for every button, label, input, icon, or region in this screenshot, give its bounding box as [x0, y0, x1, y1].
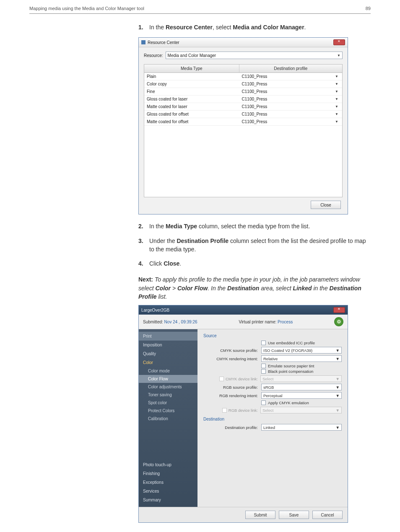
close-button[interactable]: Close — [311, 201, 341, 209]
rgb-src-label: RGB source profile: — [203, 385, 258, 390]
chevron-down-icon: ▼ — [336, 408, 340, 413]
cmyk-dl-value: Select — [262, 377, 273, 381]
table-row[interactable]: Matte coated for offsetC1100_Press▼ — [144, 118, 342, 126]
rc-dest-cell[interactable]: C1100_Press▼ — [239, 103, 342, 110]
cmyk-ri-select[interactable]: Relative▼ — [261, 355, 342, 362]
cmyk-src-label: CMYK source profile: — [203, 348, 258, 353]
sidebar-item-exceptions[interactable]: Exceptions — [139, 478, 197, 487]
rc-resource-dropdown[interactable]: Media and Color Manager ▼ — [166, 52, 343, 59]
chevron-down-icon: ▼ — [335, 112, 340, 116]
header-rule — [29, 13, 371, 14]
apply-cmyk-checkbox[interactable] — [261, 400, 266, 405]
rc-media-cell: Plain — [144, 73, 239, 80]
table-row[interactable]: FineC1100_Press▼ — [144, 88, 342, 96]
dest-profile-select[interactable]: Linked▼ — [261, 424, 342, 431]
cmyk-dl-select: Select▼ — [260, 375, 342, 382]
step-3-body: Under the Destination Profile column sel… — [149, 237, 371, 254]
next-sep1: > — [171, 285, 177, 292]
resource-center-window: Resource Center Resource: Media and Colo… — [138, 37, 348, 214]
next-b1: Color — [155, 285, 171, 292]
step-4-post: . — [179, 260, 181, 267]
jp-info-row: Submitted: Nov 24 , 09:39:26 Virtual pri… — [139, 315, 348, 329]
rc-dest-cell[interactable]: C1100_Press▼ — [239, 111, 342, 118]
rc-dest-cell[interactable]: C1100_Press▼ — [239, 88, 342, 95]
sidebar-sub-toner-saving[interactable]: Toner saving — [139, 391, 197, 399]
rc-dest-cell[interactable]: C1100_Press▼ — [239, 96, 342, 103]
chevron-down-icon: ▼ — [336, 425, 340, 430]
bpc-checkbox[interactable] — [261, 369, 266, 374]
sidebar-sub-calibration[interactable]: Calibration — [139, 415, 197, 423]
next-i5: list. — [157, 293, 167, 300]
sidebar-sub-color-mode[interactable]: Color mode — [139, 367, 197, 375]
dest-profile-value: Linked — [263, 425, 275, 430]
rc-app-icon — [141, 40, 145, 44]
rc-dest-cell[interactable]: C1100_Press▼ — [239, 80, 342, 88]
step-1-b1: Resource Center — [166, 24, 213, 31]
step-3-num: 3. — [138, 237, 149, 254]
rc-dest-cell[interactable]: C1100_Press▼ — [239, 73, 342, 80]
rgb-dl-select: Select▼ — [260, 407, 342, 413]
sidebar-sub-color-adj[interactable]: Color adjustments — [139, 383, 197, 391]
rc-dest-cell[interactable]: C1100_Press▼ — [239, 118, 342, 125]
sidebar-item-imposition[interactable]: Imposition — [139, 341, 197, 349]
step-2-num: 2. — [138, 222, 149, 230]
gear-icon[interactable]: ⚙ — [334, 317, 343, 326]
rgb-ri-value: Perceptual — [263, 393, 282, 398]
table-row[interactable]: Gloss coated for offsetC1100_Press▼ — [144, 111, 342, 118]
sidebar-sub-spot[interactable]: Spot color — [139, 399, 197, 407]
dest-profile-label: Destination profile: — [203, 425, 258, 430]
rc-resource-row: Resource: Media and Color Manager ▼ — [144, 52, 343, 59]
rgb-src-select[interactable]: sRGB▼ — [261, 384, 342, 390]
close-icon[interactable] — [333, 307, 345, 313]
chevron-down-icon: ▼ — [335, 97, 340, 101]
rc-media-cell: Matte coated for laser — [144, 103, 239, 110]
sidebar-item-services[interactable]: Services — [139, 487, 197, 496]
sidebar-item-print[interactable]: Print — [139, 332, 197, 341]
step-4-body: Click Close. — [149, 259, 371, 268]
use-embedded-checkbox[interactable] — [261, 341, 266, 345]
step-4: 4. Click Close. — [138, 259, 371, 268]
rc-resource-label: Resource: — [144, 53, 163, 58]
jp-titlebar: LargeOver2GB — [139, 305, 348, 315]
jp-vpn-value: Process — [278, 320, 293, 324]
sidebar-item-color[interactable]: Color — [139, 358, 197, 367]
save-button[interactable]: Save — [279, 511, 309, 519]
next-block: Next: To apply this profile to the media… — [138, 275, 371, 301]
cmyk-src-value: ISO Coated V2 (FOGRA39) — [263, 348, 312, 353]
cmyk-src-select[interactable]: ISO Coated V2 (FOGRA39)▼ — [261, 347, 342, 354]
sidebar-item-photo[interactable]: Photo touch-up — [139, 460, 197, 469]
table-row[interactable]: PlainC1100_Press▼ — [144, 73, 342, 80]
table-row[interactable]: Gloss coated for laserC1100_Press▼ — [144, 96, 342, 103]
emulate-checkbox[interactable] — [261, 364, 266, 368]
cmyk-ri-value: Relative — [263, 356, 278, 361]
sidebar-sub-color-flow[interactable]: Color Flow — [139, 375, 197, 383]
jp-title: LargeOver2GB — [141, 308, 169, 312]
step-2-b1: Media Type — [166, 223, 197, 230]
step-2-post: column, select the media type from the l… — [197, 223, 310, 230]
rc-media-cell: Fine — [144, 88, 239, 95]
next-b3: Destination — [227, 285, 259, 292]
use-embedded-label: Use embedded ICC profile — [268, 341, 315, 345]
sidebar-item-finishing[interactable]: Finishing — [139, 469, 197, 478]
sidebar-item-summary[interactable]: Summary — [139, 496, 197, 504]
step-4-pre: Click — [149, 260, 164, 267]
step-3-b1: Destination Profile — [177, 238, 229, 244]
step-2-pre: In the — [149, 223, 166, 230]
rc-title: Resource Center — [148, 40, 179, 45]
chevron-down-icon: ▼ — [335, 105, 340, 108]
job-parameters-window: LargeOver2GB Submitted: Nov 24 , 09:39:2… — [138, 305, 348, 523]
table-row[interactable]: Matte coated for laserC1100_Press▼ — [144, 103, 342, 111]
sidebar-item-quality[interactable]: Quality — [139, 349, 197, 358]
rc-table-spacer — [144, 126, 342, 197]
sidebar-sub-protect[interactable]: Protect Colors — [139, 407, 197, 415]
rgb-ri-select[interactable]: Perceptual▼ — [261, 392, 342, 399]
next-lead: Next: — [138, 276, 155, 283]
rgb-src-value: sRGB — [263, 385, 274, 390]
jp-sidebar: Print Imposition Quality Color Color mod… — [139, 329, 197, 507]
close-icon[interactable] — [333, 39, 345, 45]
cancel-button[interactable]: Cancel — [312, 511, 343, 519]
table-row[interactable]: Color copyC1100_Press▼ — [144, 80, 342, 88]
rc-dest-val: C1100_Press — [242, 97, 268, 101]
submit-button[interactable]: Submit — [245, 511, 275, 519]
rc-header-row: Media Type Destination profile — [144, 65, 342, 73]
